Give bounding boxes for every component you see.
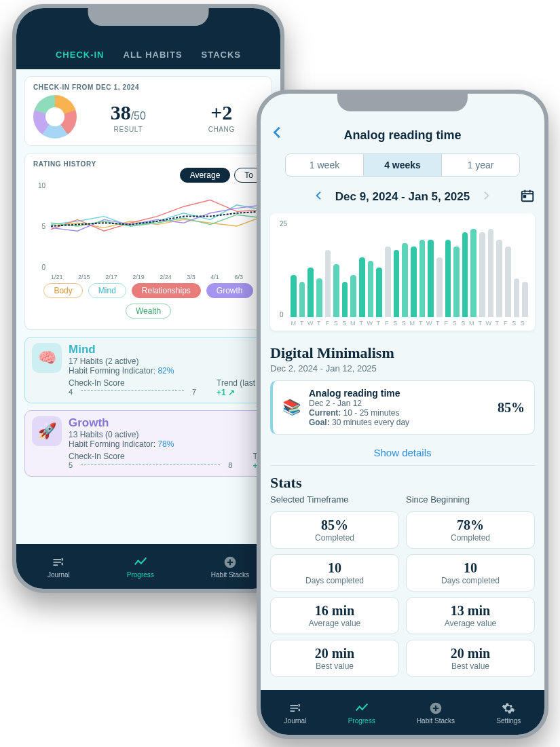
- prev-range-button[interactable]: [311, 187, 327, 206]
- bar: [376, 268, 382, 317]
- category-card-growth[interactable]: 🚀 Growth 13 Habits (0 active) Habit Form…: [24, 410, 272, 477]
- tab-all-habits[interactable]: ALL HABITS: [124, 50, 183, 60]
- bar-day-label: M: [350, 320, 356, 327]
- bar: [428, 240, 434, 317]
- category-card-mind[interactable]: 🧠 Mind 17 Habits (2 active) Habit Formin…: [24, 337, 272, 403]
- bar-day-label: W: [486, 320, 492, 327]
- mind-score-to: 7: [192, 388, 196, 396]
- nav-stacks[interactable]: Habit Stacks: [211, 555, 249, 579]
- growth-hfi-value: 78%: [157, 439, 174, 449]
- habit-card[interactable]: 📚 Analog reading time Dec 2 - Jan 12 Cur…: [270, 380, 535, 435]
- nav-settings[interactable]: Settings: [496, 701, 521, 725]
- nav-journal[interactable]: Journal: [284, 701, 307, 725]
- bar: [419, 240, 426, 317]
- stat-box: 20 minBest value: [270, 640, 399, 677]
- bar-chart: [291, 229, 528, 317]
- legend-growth[interactable]: Growth: [206, 283, 253, 298]
- stat-box: 10Days completed: [406, 554, 535, 591]
- bar-day-label: S: [401, 320, 407, 327]
- phone-right: Analog reading time 1 week 4 weeks 1 yea…: [257, 90, 548, 739]
- bar-day-label: F: [443, 320, 449, 327]
- bar: [411, 247, 417, 317]
- nav-stacks[interactable]: Habit Stacks: [417, 701, 455, 725]
- legend-body[interactable]: Body: [43, 283, 82, 298]
- timeframe-segment: 1 week 4 weeks 1 year: [285, 153, 520, 177]
- nav-progress[interactable]: Progress: [127, 555, 154, 579]
- next-range-button[interactable]: [478, 187, 494, 206]
- checkin-date-label: CHECK-IN FROM DEC 1, 2024: [33, 84, 263, 91]
- bar-day-label: S: [511, 320, 517, 327]
- nav-settings-label: Settings: [496, 717, 521, 725]
- y-tick-5: 5: [41, 223, 45, 230]
- notch: [88, 7, 209, 26]
- segment-1year[interactable]: 1 year: [441, 154, 519, 176]
- gear-icon: [501, 701, 516, 716]
- mind-hfi-value: 82%: [157, 366, 174, 376]
- bar: [453, 247, 460, 317]
- habit-dates: Dec 2 - Jan 12: [309, 399, 489, 408]
- legend-mind[interactable]: Mind: [88, 283, 126, 298]
- stat-box: 78%Completed: [406, 511, 535, 549]
- result-label: RESULT: [86, 126, 170, 133]
- nav-progress[interactable]: Progress: [348, 701, 375, 725]
- growth-score-from: 5: [69, 461, 73, 469]
- bar-day-label: S: [392, 320, 398, 327]
- show-details-link[interactable]: Show details: [270, 440, 535, 466]
- back-button[interactable]: [270, 125, 285, 143]
- legend-relationships[interactable]: Relationships: [132, 283, 201, 298]
- mind-title: Mind: [69, 343, 265, 357]
- svg-rect-2: [524, 196, 526, 198]
- mind-hfi-label: Habit Forming Indicator:: [69, 366, 157, 376]
- bar: [385, 247, 391, 317]
- change-value: +2: [180, 101, 264, 124]
- bar-day-label: S: [520, 320, 526, 327]
- bar-day-label: F: [503, 320, 509, 327]
- nav-stacks-label: Habit Stacks: [211, 571, 249, 579]
- segment-average[interactable]: Average: [180, 168, 230, 183]
- x-tick: 2/17: [105, 274, 117, 280]
- bar: [291, 275, 297, 317]
- result-denom: /50: [131, 110, 146, 122]
- bar-ymax: 25: [280, 220, 525, 227]
- segment-1week[interactable]: 1 week: [286, 154, 363, 176]
- page-title: Analog reading time: [343, 128, 461, 143]
- legend-wealth[interactable]: Wealth: [126, 304, 171, 318]
- stat-label: Completed: [274, 533, 396, 543]
- nav-journal-label: Journal: [284, 717, 307, 725]
- journal-icon: [288, 701, 303, 716]
- bar: [505, 247, 511, 317]
- stat-value: 16 min: [274, 603, 396, 619]
- stat-box: 10Days completed: [270, 554, 399, 591]
- bar-day-label: M: [291, 320, 297, 327]
- nav-progress-label: Progress: [127, 571, 154, 579]
- bar: [479, 232, 485, 317]
- bar-day-label: F: [324, 320, 331, 327]
- tab-stacks[interactable]: STACKS: [202, 50, 241, 60]
- x-tick: 3/3: [187, 274, 195, 280]
- bar: [522, 282, 528, 317]
- nav-journal[interactable]: Journal: [48, 555, 70, 579]
- bar: [359, 257, 365, 317]
- bar-day-label: T: [316, 320, 322, 327]
- calendar-icon[interactable]: [520, 188, 535, 206]
- bar-day-label: M: [409, 320, 415, 327]
- date-range-row: Dec 9, 2024 - Jan 5, 2025: [270, 187, 535, 206]
- tab-checkin[interactable]: CHECK-IN: [56, 50, 105, 60]
- bar-day-label: T: [299, 320, 305, 327]
- bar-day-label: T: [477, 320, 483, 327]
- growth-subtitle: 13 Habits (0 active): [69, 430, 265, 439]
- section-date-range: Dec 2, 2024 - Jan 12, 2025: [270, 363, 535, 374]
- segment-4weeks[interactable]: 4 weeks: [363, 154, 441, 176]
- bar: [496, 240, 502, 317]
- habit-current-label: Current:: [309, 408, 343, 418]
- progress-icon: [133, 555, 148, 570]
- y-tick-0: 0: [41, 263, 45, 271]
- bar: [402, 243, 408, 317]
- bar: [350, 275, 356, 317]
- stat-label: Best value: [274, 661, 396, 671]
- growth-title: Growth: [69, 416, 265, 430]
- habit-current-value: 10 - 25 minutes: [343, 408, 400, 418]
- stat-label: Days completed: [409, 576, 531, 585]
- stats-col1-head: Selected Timeframe: [270, 494, 399, 505]
- journal-icon: [51, 555, 66, 570]
